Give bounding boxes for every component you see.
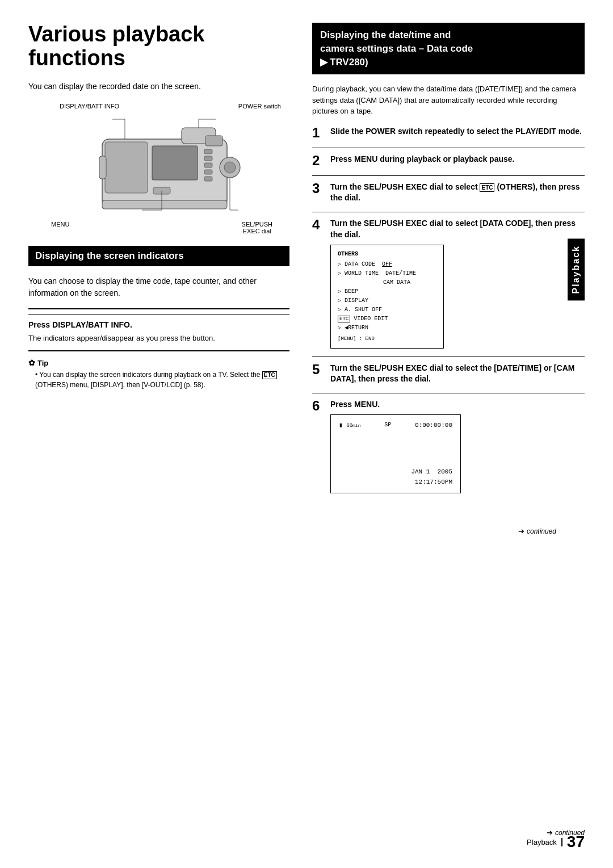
step-6: 6 Press MENU. ▮ 60min SP 0:00:00:00 JAN … <box>312 399 585 493</box>
continued-label: continued <box>527 527 556 535</box>
step-1-number: 1 <box>312 126 325 140</box>
step-3-number: 3 <box>312 182 325 195</box>
svg-rect-8 <box>204 170 212 174</box>
display-sp-label: SP <box>384 421 391 431</box>
step-2: 2 Press MENU during playback or playback… <box>312 154 585 167</box>
display-tape-icon: ▮ 60min <box>339 421 360 431</box>
display-time: 12:17:50PM <box>339 477 452 488</box>
step-6-number: 6 <box>312 399 325 413</box>
step-6-text: Press MENU. <box>330 399 585 410</box>
continued-arrow-2-icon: ➔ <box>547 828 553 837</box>
step-1: 1 Slide the POWER switch repeatedly to s… <box>312 126 585 140</box>
step-1-text: Slide the POWER switch repeatedly to sel… <box>330 126 585 137</box>
svg-rect-7 <box>204 163 212 167</box>
tip-sun-icon: ✿ <box>28 358 35 367</box>
svg-rect-14 <box>99 156 106 179</box>
diagram-label-power: POWER switch <box>238 103 281 110</box>
svg-rect-13 <box>102 200 227 209</box>
left-intro: You can display the recorded date on the… <box>28 81 289 93</box>
header-line2: camera settings data – Data code <box>320 42 577 56</box>
diagram-label-menu: MENU <box>51 221 69 234</box>
tip-label: Tip <box>37 359 48 367</box>
svg-rect-5 <box>204 149 212 154</box>
step-3: 3 Turn the SEL/PUSH EXEC dial to select … <box>312 182 585 204</box>
right-intro: During playback, you can view the date/t… <box>312 83 585 117</box>
svg-rect-2 <box>152 146 198 180</box>
step-2-text: Press MENU during playback or playback p… <box>330 154 585 165</box>
svg-rect-1 <box>105 142 148 193</box>
tip-box: ✿ Tip • You can display the screen indic… <box>28 358 289 390</box>
step-4: 4 Turn the SEL/PUSH EXEC dial to select … <box>312 218 585 349</box>
diagram-label-display: DISPLAY/BATT INFO <box>60 103 119 110</box>
step-3-text: Turn the SEL/PUSH EXEC dial to select ET… <box>330 182 585 204</box>
tip-content: • You can display the screen indicators … <box>28 370 289 390</box>
svg-rect-4 <box>205 136 222 146</box>
press-display-body: The indicators appear/disappear as you p… <box>28 333 289 344</box>
svg-rect-9 <box>204 177 212 181</box>
menu-screenshot-4: OTHERS ▷ DATA CODE OFF ▷ WORLD TIME DATE… <box>330 245 444 348</box>
svg-rect-6 <box>204 156 212 161</box>
diagram-label-sel-line1: SEL/PUSH <box>242 221 272 228</box>
page-footer-label: Playback <box>527 838 562 846</box>
continued-arrow-icon: ➔ <box>518 527 524 535</box>
camera-diagram: DISPLAY/BATT INFO POWER switch <box>28 103 289 234</box>
screen-indicators-header: Displaying the screen indicators <box>28 246 289 266</box>
playback-side-tab: Playback <box>568 238 585 300</box>
trv-arrow-icon: ▶ <box>320 56 328 69</box>
svg-point-11 <box>224 162 236 173</box>
page-title: Various playback functions <box>28 23 289 70</box>
step-4-text: Turn the SEL/PUSH EXEC dial to select [D… <box>330 218 585 240</box>
trv-label: TRV280) <box>330 56 368 69</box>
screen-indicators-body: You can choose to display the time code,… <box>28 275 289 299</box>
step-5: 5 Turn the SEL/PUSH EXEC dial to select … <box>312 363 585 385</box>
press-display-title: Press DISPLAY/BATT INFO. <box>28 314 289 329</box>
display-timecode: 0:00:00:00 <box>415 421 452 431</box>
continued-text: continued <box>555 829 585 837</box>
header-line1: Displaying the date/time and <box>320 28 577 42</box>
display-screenshot-6: ▮ 60min SP 0:00:00:00 JAN 1 2005 12:17:5… <box>330 414 461 493</box>
camera-illustration <box>68 111 250 219</box>
right-section-header: Displaying the date/time and camera sett… <box>312 23 585 74</box>
step-2-number: 2 <box>312 154 325 167</box>
step-4-number: 4 <box>312 218 325 232</box>
diagram-label-sel-line2: EXEC dial <box>243 228 271 234</box>
step-5-number: 5 <box>312 363 325 376</box>
step-5-text: Turn the SEL/PUSH EXEC dial to select th… <box>330 363 585 385</box>
display-date: JAN 1 2005 <box>339 467 452 477</box>
header-line3: ▶ TRV280) <box>320 56 577 69</box>
